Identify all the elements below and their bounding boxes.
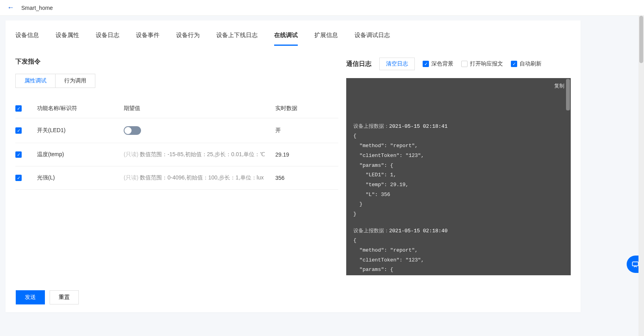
right-column: 通信日志 清空日志 ✓ 深色背景 打开响应报文 ✓ 自动刷新 复制 [346,58,571,275]
action-buttons: 发送 重置 [16,290,79,304]
check-icon [461,61,468,67]
main-card: 设备信息设备属性设备日志设备事件设备行为设备上下线日志在线调试扩展信息设备调试日… [6,21,581,312]
col-header-name: 功能名称/标识符 [37,105,124,112]
open-response-label: 打开响应报文 [470,60,503,67]
log-box[interactable]: 复制 设备上报数据：2021-05-15 02:18:41{ "method":… [346,78,571,275]
log-entry-body: { "method": "report", "clientToken": "12… [353,131,564,219]
page-scroll-thumb[interactable] [639,16,643,63]
chat-icon [631,260,639,268]
log-scrollbar[interactable] [566,78,570,275]
table-row: ✓温度(temp)(只读) 数值范围：-15-85,初始值：25,步长：0.01… [15,143,338,166]
log-scroll-thumb[interactable] [566,79,570,110]
table-row: ✓开关(LED1)开 [15,118,338,143]
select-all-checkbox[interactable]: ✓ [15,105,22,112]
row-realtime: 356 [275,175,338,181]
row-name: 温度(temp) [37,151,124,158]
tab-3[interactable]: 设备事件 [136,32,160,45]
breadcrumb-bar: ← Smart_home [0,0,644,16]
tab-7[interactable]: 扩展信息 [314,32,338,45]
dark-bg-label: 深色背景 [431,60,453,67]
col-header-realtime: 实时数据 [275,105,338,112]
clear-log-button[interactable]: 清空日志 [379,58,415,70]
page-scrollbar[interactable] [638,16,644,336]
tab-1[interactable]: 设备属性 [56,32,79,45]
log-header: 通信日志 清空日志 ✓ 深色背景 打开响应报文 ✓ 自动刷新 [346,58,571,70]
row-realtime: 开 [275,127,338,134]
mode-tab-1[interactable]: 行为调用 [56,74,95,88]
log-entry-header: 设备上报数据：2021-05-15 02:18:40 [353,226,564,236]
mode-tabs: 属性调试行为调用 [15,74,95,88]
row-expected [124,126,275,135]
copy-log-button[interactable]: 复制 [554,81,564,91]
table-row: ✓光强(L)(只读) 数值范围：0-4096,初始值：100,步长：1,单位：l… [15,166,338,190]
reset-button[interactable]: 重置 [50,290,79,304]
svg-rect-0 [633,262,638,266]
row-expected: (只读) 数值范围：-15-85,初始值：25,步长：0.01,单位：℃ [124,151,275,158]
row-checkbox[interactable]: ✓ [15,151,22,158]
mode-tab-0[interactable]: 属性调试 [16,74,56,88]
property-table: ✓ 功能名称/标识符 期望值 实时数据 ✓开关(LED1)开✓温度(temp)(… [15,99,338,190]
content-area: 下发指令 属性调试行为调用 ✓ 功能名称/标识符 期望值 实时数据 ✓开关(LE… [15,46,571,275]
left-title: 下发指令 [15,58,338,66]
send-button[interactable]: 发送 [16,290,45,304]
col-header-expected: 期望值 [124,105,275,112]
log-title: 通信日志 [346,60,371,68]
tab-bar: 设备信息设备属性设备日志设备事件设备行为设备上下线日志在线调试扩展信息设备调试日… [15,21,571,46]
row-checkbox[interactable]: ✓ [15,175,22,181]
tab-4[interactable]: 设备行为 [176,32,200,45]
dark-bg-checkbox[interactable]: ✓ 深色背景 [423,60,453,67]
row-name: 开关(LED1) [37,127,124,134]
check-icon: ✓ [511,61,517,67]
auto-refresh-label: 自动刷新 [520,60,542,67]
tab-2[interactable]: 设备日志 [96,32,119,45]
log-entry-header: 设备上报数据：2021-05-15 02:18:41 [353,122,564,132]
row-checkbox[interactable]: ✓ [15,127,22,134]
log-entry: 设备上报数据：2021-05-15 02:18:41{ "method": "r… [353,122,564,219]
auto-refresh-checkbox[interactable]: ✓ 自动刷新 [511,60,542,67]
table-header: ✓ 功能名称/标识符 期望值 实时数据 [15,99,338,118]
tab-5[interactable]: 设备上下线日志 [216,32,258,45]
log-entry: 设备上报数据：2021-05-15 02:18:40{ "method": "r… [353,226,564,275]
tab-6[interactable]: 在线调试 [274,32,298,45]
toggle-switch[interactable] [124,126,141,135]
check-icon: ✓ [423,61,429,67]
row-name: 光强(L) [37,174,124,181]
row-realtime: 29.19 [275,151,338,158]
left-column: 下发指令 属性调试行为调用 ✓ 功能名称/标识符 期望值 实时数据 ✓开关(LE… [15,58,338,275]
breadcrumb-title: Smart_home [21,5,53,11]
log-entry-body: { "method": "report", "clientToken": "12… [353,236,564,275]
tab-8[interactable]: 设备调试日志 [354,32,390,45]
tab-0[interactable]: 设备信息 [15,32,39,45]
back-arrow-icon[interactable]: ← [7,4,14,12]
open-response-checkbox[interactable]: 打开响应报文 [461,60,503,67]
row-expected: (只读) 数值范围：0-4096,初始值：100,步长：1,单位：lux [124,174,275,181]
